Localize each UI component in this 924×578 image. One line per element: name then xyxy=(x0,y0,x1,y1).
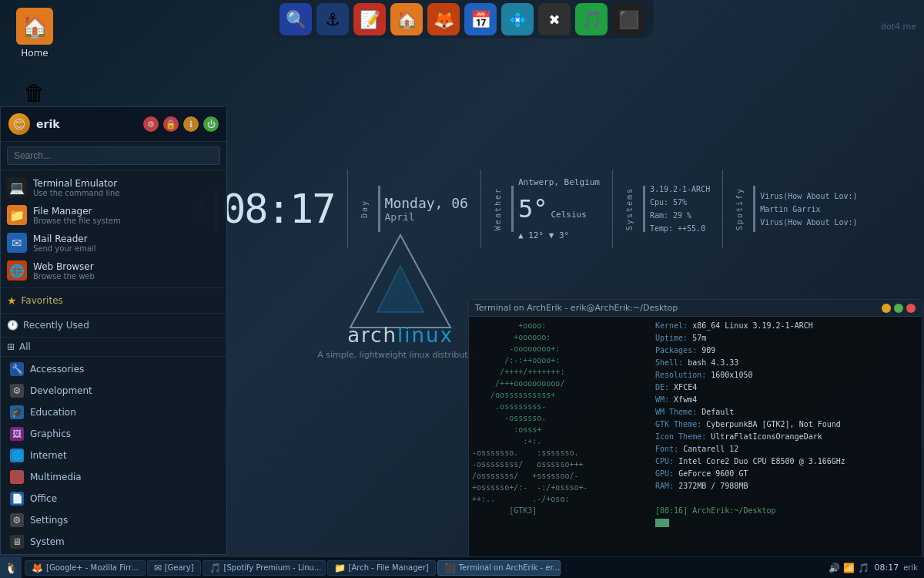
tray-icon-1[interactable]: 🔊 xyxy=(829,563,840,573)
terminal-minimize[interactable] xyxy=(882,304,891,313)
arch-text: arch xyxy=(347,324,397,347)
menu-app-terminal[interactable]: 💻 Terminal Emulator Use the command line xyxy=(1,173,226,201)
filemanager-app-name: File Manager xyxy=(33,206,220,217)
conky-unit: Celsius xyxy=(551,208,586,222)
taskbar-item-firefox[interactable]: 🦊 [Google+ - Mozilla Firr... xyxy=(25,560,146,576)
terminal-maximize[interactable] xyxy=(894,304,903,313)
taskbar-item-spotify[interactable]: 🎵 [Spotify Premium - Linu... xyxy=(203,560,326,576)
home-label: Home xyxy=(21,48,48,59)
dock-x[interactable]: ✖ xyxy=(538,3,571,35)
conky-day-bar xyxy=(378,186,380,232)
education-label: Education xyxy=(30,407,76,418)
conky-day-display: Monday, 06 April xyxy=(385,195,468,223)
menu-recently-header[interactable]: 🕐 Recently Used xyxy=(7,317,220,334)
desktop-icon-home[interactable]: 🏠 Home xyxy=(8,8,62,59)
menu-category-multimedia[interactable]: 🎵 Multimedia xyxy=(1,466,226,488)
conky-spotify-section: Spotify Virus(How About Lov:) Martin Gar… xyxy=(723,170,869,248)
development-label: Development xyxy=(30,385,92,396)
all-label: All xyxy=(19,341,31,352)
menu-app-mail[interactable]: ✉ Mail Reader Send your email xyxy=(1,229,226,257)
trash-icon: 🗑 xyxy=(16,74,53,111)
conky-month-text: April xyxy=(385,211,468,223)
taskbar-item-geary[interactable]: ✉ [Geary] xyxy=(147,560,201,576)
dock-shutter[interactable]: 💠 xyxy=(501,3,534,35)
development-icon: ⚙ xyxy=(10,384,24,398)
arch-brand: arch linux xyxy=(347,324,454,347)
menu-category-graphics[interactable]: 🖼 Graphics xyxy=(1,423,226,445)
dock-home[interactable]: 🏠 xyxy=(390,3,423,35)
conky-weather-bar xyxy=(511,186,514,232)
conky-weather-section: Weather Antwerp, Belgium 5° Celsius ▲ 12… xyxy=(481,170,613,248)
menu-header: 😊 erik ⚙ 🔒 ℹ ⏻ xyxy=(1,107,226,142)
conky-artist: Martin Garrix xyxy=(760,203,857,216)
conky-track1: Virus(How About Lov:) xyxy=(760,190,857,203)
filemanager-app-desc: Browse the file system xyxy=(33,217,220,225)
dock-notes[interactable]: 📝 xyxy=(353,3,386,35)
taskbar-item-terminal[interactable]: ⬛ Terminal on ArchErik - er... xyxy=(437,560,561,576)
multimedia-label: Multimedia xyxy=(30,472,82,482)
conky-day-text: Monday, 06 xyxy=(385,195,468,211)
menu-category-accessories[interactable]: 🔧 Accessories xyxy=(1,358,226,380)
dock-spotify[interactable]: 🎵 xyxy=(575,3,608,35)
conky-spotify-bar xyxy=(753,186,755,232)
conky-spotify-display: Virus(How About Lov:) Martin Garrix Viru… xyxy=(760,190,857,229)
menu-control-icons: ⚙ 🔒 ℹ ⏻ xyxy=(143,116,219,132)
dock-search[interactable]: 🔍 xyxy=(280,3,312,35)
menu-favorites-header[interactable]: ★ Favorites xyxy=(7,291,220,310)
menu-category-system[interactable]: 🖥 System xyxy=(1,531,226,553)
desktop: dot4.me 🔍 ⚓ 📝 🏠 🦊 📅 💠 ✖ 🎵 ⬛ 🏠 Home 🗑 Tra… xyxy=(0,0,924,578)
terminal-taskbar-icon: ⬛ xyxy=(444,563,456,573)
conky-track2: Virus(How About Lov:) xyxy=(760,216,857,229)
filemanager-taskbar-label: [Arch - File Manager] xyxy=(349,563,429,572)
geary-taskbar-label: [Geary] xyxy=(165,563,194,572)
watermark: dot4.me xyxy=(881,22,916,32)
menu-category-education[interactable]: 🎓 Education xyxy=(1,402,226,423)
accessories-label: Accessories xyxy=(30,364,84,375)
graphics-label: Graphics xyxy=(30,428,71,439)
browser-app-name: Web Browser xyxy=(33,261,220,272)
conky-temp: 5° xyxy=(518,190,548,229)
all-icon: ⊞ xyxy=(7,341,15,352)
conky-widget: Time 08:17 Day Monday, 06 April Weather … xyxy=(185,170,924,248)
menu-settings-icon[interactable]: ⚙ xyxy=(143,116,159,132)
geary-taskbar-icon: ✉ xyxy=(154,563,162,573)
internet-label: Internet xyxy=(30,450,67,461)
taskbar-item-filemanager[interactable]: 📁 [Arch - File Manager] xyxy=(327,560,436,576)
taskbar-menu-button[interactable]: 🐧 xyxy=(0,557,22,579)
terminal-app-icon: 💻 xyxy=(7,177,27,197)
mail-app-info: Mail Reader Send your email xyxy=(33,234,220,253)
menu-search-input[interactable] xyxy=(7,146,220,165)
taskbar-user: erik xyxy=(903,563,918,572)
menu-lock-icon[interactable]: 🔒 xyxy=(163,116,179,132)
tray-icon-2[interactable]: 📶 xyxy=(843,563,855,573)
menu-category-settings[interactable]: ⚙ Settings xyxy=(1,509,226,531)
menu-info-icon[interactable]: ℹ xyxy=(183,116,199,132)
dock-anchor[interactable]: ⚓ xyxy=(316,3,349,35)
menu-all-button[interactable]: ⊞ All xyxy=(1,338,226,357)
tray-icon-spotify-tray[interactable]: 🎵 xyxy=(858,563,869,573)
firefox-taskbar-label: [Google+ - Mozilla Firr... xyxy=(46,563,139,572)
menu-category-development[interactable]: ⚙ Development xyxy=(1,380,226,402)
menu-app-filemanager[interactable]: 📁 File Manager Browse the file system xyxy=(1,201,226,229)
menu-power-icon[interactable]: ⏻ xyxy=(203,116,219,132)
dock-calendar[interactable]: 📅 xyxy=(464,3,497,35)
conky-systems-bar xyxy=(643,186,645,232)
menu-app-browser[interactable]: 🌐 Web Browser Browse the web xyxy=(1,257,226,284)
recently-label: Recently Used xyxy=(23,320,89,331)
firefox-taskbar-icon: 🦊 xyxy=(32,563,43,573)
menu-category-office[interactable]: 📄 Office xyxy=(1,488,226,509)
dock-firefox[interactable]: 🦊 xyxy=(427,3,460,35)
conky-kernel: 3.19.2-1-ARCH xyxy=(650,183,710,196)
terminal-body: +oooo: +oooooo: -oooooooo+: /:-:++oooo+:… xyxy=(469,317,922,578)
terminal-sysinfo: Kernel: x86_64 Linux 3.19.2-1-ARCH Uptim… xyxy=(655,320,919,576)
graphics-icon: 🖼 xyxy=(10,427,24,441)
top-dock: 🔍 ⚓ 📝 🏠 🦊 📅 💠 ✖ 🎵 ⬛ xyxy=(270,0,654,39)
home-icon: 🏠 xyxy=(16,8,53,45)
mail-app-desc: Send your email xyxy=(33,244,220,253)
menu-category-internet[interactable]: 🌐 Internet xyxy=(1,445,226,466)
menu-search-area xyxy=(1,142,226,170)
terminal-close[interactable] xyxy=(906,304,916,313)
system-icon: 🖥 xyxy=(10,535,24,549)
arch-tagline: A simple, lightweight linux distribution… xyxy=(317,350,484,360)
dock-terminal[interactable]: ⬛ xyxy=(612,3,644,35)
